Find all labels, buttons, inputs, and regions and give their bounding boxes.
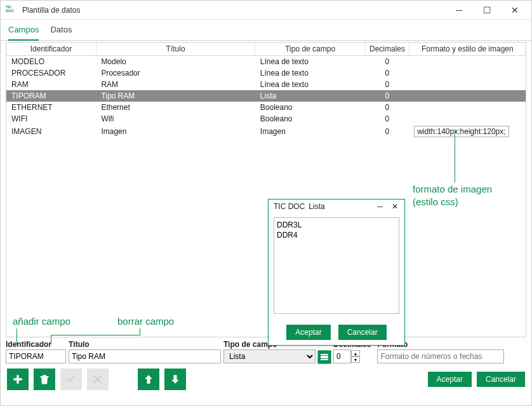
cell-type: Booleano [255, 102, 366, 113]
cell-type: Imagen [255, 125, 366, 139]
dialog-cancel-button[interactable]: Cancelar [338, 325, 387, 340]
field-editor-form: Identificador Título Tipo de campo Lista… [1, 337, 531, 365]
cell-fmt: width:140px;height:120px; [409, 125, 526, 139]
list-editor-button[interactable] [318, 351, 331, 363]
dialog-accept-button[interactable]: Aceptar [286, 325, 330, 340]
x-icon [91, 373, 104, 386]
annotation-image-format-2: (estilo css) [413, 196, 458, 207]
move-down-button[interactable] [164, 369, 186, 390]
table-row[interactable]: WIFIWifiBooleano0 [6, 113, 526, 125]
app-icon: TIC DOC [6, 5, 18, 15]
fields-table: Identificador Título Tipo de campo Decim… [6, 42, 526, 337]
tab-datos[interactable]: Datos [50, 22, 72, 40]
cell-dec: 0 [366, 90, 409, 102]
list-textarea[interactable] [274, 217, 399, 314]
cell-type: Línea de texto [255, 79, 366, 90]
cell-dec: 0 [366, 67, 409, 79]
table-row[interactable]: RAMRAMLínea de texto0 [6, 79, 526, 90]
cell-title: Wifi [96, 113, 255, 125]
cancel-edit-button [87, 369, 109, 390]
delete-field-button[interactable] [34, 369, 55, 390]
cell-fmt [409, 90, 526, 102]
close-button[interactable]: ✕ [501, 1, 529, 19]
cell-fmt [409, 79, 526, 90]
window-title: Plantilla de datos [22, 6, 80, 15]
cell-dec: 0 [366, 125, 409, 139]
col-header-fmt[interactable]: Formato y estilo de imagen [409, 43, 526, 56]
cell-fmt [409, 102, 526, 113]
main-window: TIC DOC Plantilla de datos ─ ☐ ✕ Campos … [0, 0, 532, 406]
annotation-image-format-1: formato de imagen [413, 184, 492, 194]
titlebar: TIC DOC Plantilla de datos ─ ☐ ✕ [1, 1, 531, 20]
table-row[interactable]: TIPORAMTipo RAMLista0 [6, 90, 526, 102]
cancel-button[interactable]: Cancelar [477, 372, 525, 387]
cell-id: PROCESADOR [6, 67, 96, 79]
maximize-button[interactable]: ☐ [473, 1, 501, 19]
col-header-type[interactable]: Tipo de campo [255, 43, 366, 56]
fmt-input[interactable] [377, 349, 504, 363]
type-select[interactable]: Lista [223, 349, 316, 363]
dialog-minimize-button[interactable]: ─ [375, 202, 385, 211]
arrow-up-icon [142, 373, 155, 386]
arrow-down-icon [169, 373, 182, 386]
cell-id: RAM [6, 79, 96, 90]
col-header-dec[interactable]: Decimales [366, 43, 409, 56]
cell-title: Procesador [96, 67, 255, 79]
cell-id: ETHERNET [6, 102, 96, 113]
bottom-toolbar: Aceptar Cancelar [1, 365, 531, 394]
cell-id: MODELO [6, 56, 96, 68]
col-header-title[interactable]: Título [96, 43, 255, 56]
cell-type: Lista [255, 90, 366, 102]
tabs: Campos Datos [1, 20, 531, 41]
table-header-row: Identificador Título Tipo de campo Decim… [6, 43, 526, 56]
cell-fmt [409, 67, 526, 79]
cell-id: WIFI [6, 113, 96, 125]
minimize-button[interactable]: ─ [445, 1, 473, 19]
title-label: Título [69, 340, 221, 349]
add-field-button[interactable] [7, 369, 29, 390]
dec-spin-down[interactable]: ▼ [351, 356, 360, 363]
table-row[interactable]: IMAGENImagenImagen0width:140px;height:12… [6, 125, 526, 139]
table-row[interactable]: MODELOModeloLínea de texto0 [6, 56, 526, 68]
cell-type: Booleano [255, 113, 366, 125]
app-icon: TIC DOC [274, 202, 305, 211]
cell-id: IMAGEN [6, 125, 96, 139]
annotation-add-field: añadir campo [13, 316, 70, 327]
dec-input[interactable] [333, 349, 351, 363]
cell-type: Línea de texto [255, 56, 366, 68]
cell-title: Tipo RAM [96, 90, 255, 102]
dialog-close-button[interactable]: ✕ [389, 202, 401, 211]
id-label: Identificador [6, 340, 66, 349]
move-up-button[interactable] [138, 369, 159, 390]
cell-dec: 0 [366, 113, 409, 125]
title-input[interactable] [69, 349, 221, 363]
table-row[interactable]: ETHERNETEthernetBooleano0 [6, 102, 526, 113]
cell-dec: 0 [366, 102, 409, 113]
cell-fmt [409, 56, 526, 68]
col-header-id[interactable]: Identificador [6, 43, 96, 56]
id-input[interactable] [6, 349, 66, 363]
annotation-delete-field: borrar campo [117, 316, 174, 327]
check-icon [65, 373, 77, 386]
cell-title: Ethernet [96, 102, 255, 113]
list-editor-dialog: TIC DOC Lista ─ ✕ Aceptar Cancelar [268, 199, 405, 346]
dialog-titlebar: TIC DOC Lista ─ ✕ [269, 200, 404, 213]
cell-fmt [409, 113, 526, 125]
plus-icon [11, 373, 24, 386]
cell-dec: 0 [366, 79, 409, 90]
cell-title: Modelo [96, 56, 255, 68]
cell-title: RAM [96, 79, 255, 90]
cell-id: TIPORAM [6, 90, 96, 102]
cell-dec: 0 [366, 56, 409, 68]
tab-campos[interactable]: Campos [8, 22, 39, 41]
accept-edit-button [60, 369, 82, 390]
dec-spin-up[interactable]: ▲ [351, 350, 360, 356]
cell-title: Imagen [96, 125, 255, 139]
accept-button[interactable]: Aceptar [428, 372, 472, 387]
dialog-title: Lista [309, 202, 324, 211]
cell-type: Línea de texto [255, 67, 366, 79]
table-row[interactable]: PROCESADORProcesadorLínea de texto0 [6, 67, 526, 79]
trash-icon [38, 373, 51, 386]
